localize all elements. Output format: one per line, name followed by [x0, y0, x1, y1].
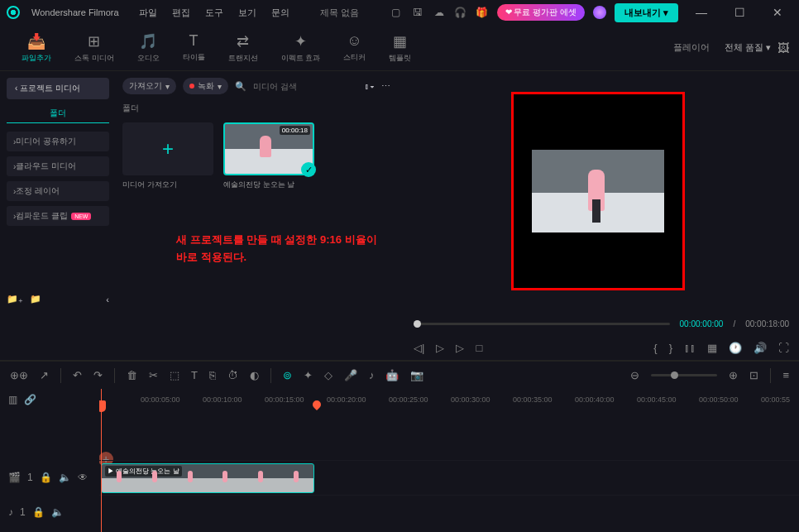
prev-frame-icon[interactable]: ◁| — [414, 342, 424, 354]
tab-effects[interactable]: ✦이펙트 효과 — [270, 32, 333, 64]
visibility-icon[interactable]: 👁 — [78, 472, 88, 483]
clock-icon[interactable]: 🕐 — [729, 342, 742, 354]
sidebar-item-cloud[interactable]: › 클라우드 미디어 — [7, 156, 109, 176]
close-button[interactable]: ✕ — [763, 1, 792, 24]
new-folder-icon[interactable]: 📁₊ — [7, 294, 23, 304]
tab-transitions[interactable]: ⇄트랜지션 — [217, 32, 270, 64]
keyframe-icon[interactable]: ◇ — [324, 369, 333, 381]
more-icon[interactable]: ⋯ — [381, 81, 390, 92]
timeline-clip[interactable]: ▶ 예술의전당 눈오는 날 — [101, 463, 314, 493]
text-icon[interactable]: T — [191, 369, 198, 381]
playhead-handle[interactable] — [99, 400, 106, 412]
free-asset-pill[interactable]: ❤ 무료 평가판 에셋 — [497, 4, 585, 21]
timeline-ruler[interactable]: 00:00:05:00 00:00:10:00 00:00:15:00 00:0… — [99, 389, 799, 410]
mark-in-icon[interactable]: { — [653, 342, 657, 354]
ai-icon[interactable]: ⊚ — [283, 369, 292, 381]
media-clip-card[interactable]: 00:00:18 ✓ 예술의전당 눈오는 날 — [223, 122, 314, 190]
menu-help[interactable]: 문의 — [271, 7, 289, 19]
copy-icon[interactable]: ⎘ — [209, 369, 216, 381]
grid-icon[interactable]: ▦ — [707, 342, 717, 354]
play-icon[interactable]: ▷ — [436, 342, 444, 354]
menu-tools[interactable]: 도구 — [205, 7, 223, 19]
lock-icon[interactable]: 🔒 — [32, 506, 45, 518]
enhance-icon[interactable]: ✦ — [304, 369, 313, 381]
speed-icon[interactable]: ⏱ — [227, 369, 238, 381]
avatar-icon[interactable] — [593, 6, 606, 19]
scrub-bar[interactable] — [414, 323, 670, 325]
video-track-row[interactable]: ▶ 예술의전당 눈오는 날 — [99, 460, 799, 495]
zoom-out-icon[interactable]: ⊖ — [630, 369, 639, 381]
media-grid: + 미디어 가져오기 00:00:18 ✓ 예술의전당 눈오는 날 — [122, 122, 390, 190]
arrow-tool-icon[interactable]: ↗ — [40, 369, 49, 381]
timeline-tracks[interactable]: 00:00:05:00 00:00:10:00 00:00:15:00 00:0… — [99, 389, 799, 532]
lock-icon[interactable]: 🔒 — [40, 472, 52, 483]
sidebar-item-share[interactable]: › 미디어 공유하기 — [7, 132, 109, 151]
menu-view[interactable]: 보기 — [238, 7, 256, 19]
redo-icon[interactable]: ↷ — [93, 369, 103, 381]
compare-icon[interactable]: ⫿⫿ — [684, 342, 696, 354]
folder-header[interactable]: 폴더 — [7, 104, 109, 123]
import-dropdown[interactable]: 가져오기 ▾ — [122, 78, 176, 94]
tab-stock-media[interactable]: ⊞스톡 미디어 — [63, 32, 126, 64]
folder-icon[interactable]: 📁 — [30, 294, 41, 304]
cloud-icon[interactable]: ☁ — [433, 6, 446, 19]
link-icon[interactable]: 🔗 — [24, 394, 36, 405]
music-icon[interactable]: ♪ — [369, 369, 375, 381]
screenshot-icon[interactable]: 📷 — [410, 369, 423, 381]
mark-out-icon[interactable]: } — [669, 342, 672, 354]
title-icon: T — [189, 32, 199, 50]
menu-file[interactable]: 파일 — [139, 7, 157, 19]
gift-icon[interactable]: 🎁 — [476, 6, 489, 19]
zoom-handle[interactable] — [671, 371, 678, 379]
headset-icon[interactable]: 🎧 — [454, 6, 467, 19]
minimize-button[interactable]: — — [687, 1, 716, 24]
tab-add-file[interactable]: 📥파일추가 — [10, 32, 63, 64]
monitor-icon[interactable]: ▢ — [390, 6, 403, 19]
scrub-handle[interactable] — [414, 320, 421, 328]
zoom-in-icon[interactable]: ⊕ — [729, 369, 738, 381]
maximize-button[interactable]: ☐ — [725, 1, 754, 24]
media-search-input[interactable] — [253, 82, 358, 91]
play-forward-icon[interactable]: ▷ — [456, 342, 464, 354]
snapshot-icon[interactable]: 🖼 — [777, 41, 789, 55]
record-dropdown[interactable]: 녹화 ▾ — [183, 78, 228, 94]
crop-icon[interactable]: ⬚ — [170, 369, 179, 381]
export-button[interactable]: 내보내기 ▾ — [615, 3, 678, 22]
cut-icon[interactable]: ✂ — [149, 369, 158, 381]
playhead[interactable] — [101, 389, 102, 532]
audio-track-header[interactable]: ♪1 🔒 🔈 — [0, 495, 99, 530]
zoom-slider[interactable] — [651, 374, 717, 376]
color-icon[interactable]: ◐ — [250, 369, 259, 381]
layers-icon[interactable]: ▥ — [8, 394, 17, 405]
robot-icon[interactable]: 🤖 — [385, 369, 399, 381]
zoom-fit-icon[interactable]: ⊡ — [749, 369, 758, 381]
tab-titles[interactable]: T타이틀 — [171, 32, 217, 63]
mute-icon[interactable]: 🔈 — [59, 472, 71, 483]
delete-icon[interactable]: 🗑 — [127, 369, 137, 381]
collapse-icon[interactable]: ‹ — [106, 295, 109, 304]
volume-icon[interactable]: 🔊 — [754, 342, 767, 354]
sidebar-item-adjust[interactable]: › 조정 레이어 — [7, 181, 109, 201]
tab-stickers[interactable]: ☺스티커 — [332, 32, 377, 63]
stop-icon[interactable]: □ — [476, 342, 482, 354]
audio-track-row[interactable] — [99, 495, 799, 530]
preview-viewport[interactable] — [407, 78, 789, 304]
select-tool-icon[interactable]: ⊕⊕ — [10, 369, 28, 381]
undo-icon[interactable]: ↶ — [73, 369, 82, 381]
mic-icon[interactable]: 🎤 — [344, 369, 357, 381]
fullscreen-icon[interactable]: ⛶ — [778, 342, 789, 354]
video-track-header[interactable]: 🎬1 🔒 🔈 👁 — [0, 460, 99, 495]
preview-panel — [397, 71, 799, 311]
save-icon[interactable]: 🖫 — [411, 6, 424, 19]
import-media-card[interactable]: + 미디어 가져오기 — [122, 122, 213, 190]
tab-audio[interactable]: 🎵오디오 — [126, 32, 171, 64]
project-media-button[interactable]: ‹ 프로젝트 미디어 — [7, 78, 109, 99]
menu-edit[interactable]: 편집 — [172, 7, 190, 19]
timeline-toolbar: ⊕⊕ ↗ ↶ ↷ 🗑 ✂ ⬚ T ⎘ ⏱ ◐ ⊚ ✦ ◇ 🎤 ♪ 🤖 📷 ⊖ ⊕… — [0, 361, 799, 389]
mute-icon[interactable]: 🔈 — [51, 506, 64, 518]
sidebar-item-compound[interactable]: › 컴파운드 클립NEW — [7, 206, 109, 226]
timeline-settings-icon[interactable]: ≡ — [782, 369, 789, 381]
quality-select[interactable]: 전체 품질 ▾ — [718, 40, 777, 55]
tab-templates[interactable]: ▦템플릿 — [377, 32, 423, 64]
filter-icon[interactable]: ⫾▾ — [365, 81, 375, 91]
